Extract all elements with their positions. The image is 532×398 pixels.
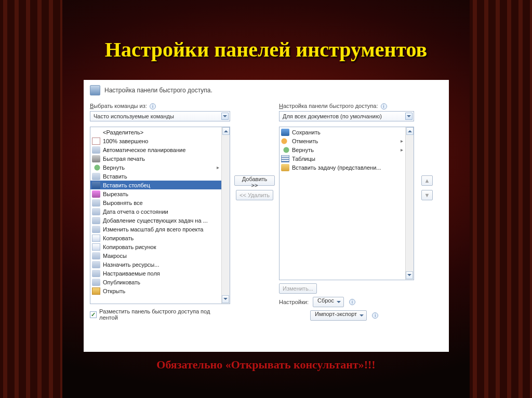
reset-button[interactable]: Сброс bbox=[313, 297, 344, 307]
list-item[interactable]: Изменить масштаб для всего проекта bbox=[90, 225, 230, 234]
move-up-button[interactable]: ▲ bbox=[421, 175, 433, 186]
dialog-title: Настройка панели быстрого доступа. bbox=[104, 87, 212, 94]
list-item[interactable]: Вырезать bbox=[90, 189, 230, 198]
list-item[interactable]: Настраиваемые поля bbox=[90, 269, 230, 278]
scroll-up-icon[interactable] bbox=[222, 127, 230, 135]
chevron-down-icon bbox=[221, 113, 229, 120]
slide-title: Настройки панелей инструментов bbox=[0, 37, 532, 62]
scroll-down-icon[interactable] bbox=[222, 295, 229, 303]
list-item-label: Макросы bbox=[103, 253, 127, 259]
info-icon[interactable]: i bbox=[150, 103, 156, 109]
ic-redo-icon bbox=[281, 146, 289, 154]
qat-header-icon bbox=[90, 85, 100, 95]
list-item-label: Дата отчета о состоянии bbox=[103, 209, 168, 215]
list-item-label: Сохранить bbox=[292, 129, 321, 135]
ic-gen-icon bbox=[92, 146, 100, 154]
list-item[interactable]: Вернуть▸ bbox=[90, 163, 230, 172]
ic-100-icon bbox=[92, 138, 100, 145]
list-item[interactable]: Вставить задачу (представлени... bbox=[280, 163, 414, 172]
list-item[interactable]: Выровнять все bbox=[90, 198, 230, 207]
list-item[interactable]: Отменить▸ bbox=[280, 136, 414, 145]
ic-copy-icon bbox=[92, 243, 100, 251]
list-item-label: Добавление существующих задач на ... bbox=[103, 217, 208, 224]
list-item-label: Выровнять все bbox=[103, 200, 143, 206]
list-item-label: Быстрая печать bbox=[103, 156, 145, 162]
transfer-buttons-column: Добавить >> << Удалить bbox=[234, 103, 275, 321]
commands-column: Выбрать команды из: i Часто используемые… bbox=[90, 103, 230, 321]
scroll-down-icon[interactable] bbox=[406, 271, 413, 279]
ic-undo-icon bbox=[281, 138, 289, 145]
slide-caption: Обязательно «Открывать консультант»!!! bbox=[0, 358, 532, 372]
list-item-label: Назначить ресурсы... bbox=[103, 262, 159, 268]
list-item[interactable]: Открыть bbox=[90, 286, 230, 295]
list-item[interactable]: Назначить ресурсы... bbox=[90, 260, 230, 269]
list-item[interactable]: Таблицы bbox=[280, 154, 414, 163]
list-item[interactable]: <Разделитель> bbox=[90, 128, 230, 136]
list-item-label: Копировать рисунок bbox=[103, 244, 156, 250]
list-item-label: Изменить масштаб для всего проекта bbox=[103, 226, 203, 232]
add-button[interactable]: Добавить >> bbox=[234, 175, 275, 186]
list-item[interactable]: Макросы bbox=[90, 251, 230, 260]
move-down-button[interactable]: ▼ bbox=[421, 190, 433, 200]
scroll-up-icon[interactable] bbox=[406, 127, 414, 135]
show-below-ribbon-row: ✓ Разместить панель быстрого доступа под… bbox=[90, 304, 230, 321]
scrollbar[interactable] bbox=[221, 127, 230, 304]
info-icon[interactable]: i bbox=[349, 299, 355, 305]
submenu-indicator-icon: ▸ bbox=[217, 164, 219, 170]
show-below-ribbon-label: Разместить панель быстрого доступа под л… bbox=[99, 308, 230, 321]
ic-copy-icon bbox=[92, 235, 100, 242]
remove-button[interactable]: << Удалить bbox=[236, 190, 273, 200]
list-item-label: 100% завершено bbox=[103, 138, 148, 144]
ic-gen-icon bbox=[92, 252, 100, 259]
info-icon[interactable]: i bbox=[381, 103, 387, 109]
list-item[interactable]: Копировать bbox=[90, 234, 230, 242]
ic-gen-icon bbox=[92, 261, 100, 268]
info-icon[interactable]: i bbox=[372, 312, 378, 319]
ic-gen-icon bbox=[92, 199, 100, 207]
ic-cut-icon bbox=[92, 190, 100, 198]
choose-commands-label: Выбрать команды из: i bbox=[90, 103, 230, 109]
list-item-label: Автоматическое планирование bbox=[103, 147, 185, 153]
dialog-body: Выбрать команды из: i Часто используемые… bbox=[84, 103, 449, 321]
qat-scope-dropdown[interactable]: Для всех документов (по умолчанию) bbox=[279, 111, 414, 121]
commands-listbox[interactable]: <Разделитель>100% завершеноАвтоматическо… bbox=[90, 127, 230, 304]
ic-open-icon bbox=[92, 287, 100, 295]
list-item-label: Вставить задачу (представлени... bbox=[292, 164, 381, 171]
list-item[interactable]: Добавление существующих задач на ... bbox=[90, 216, 230, 225]
ic-gen-icon bbox=[92, 208, 100, 215]
list-item-label: Вставить bbox=[103, 173, 127, 180]
scrollbar[interactable] bbox=[405, 127, 414, 280]
import-export-button[interactable]: Импорт-экспорт bbox=[310, 310, 367, 321]
ic-gen-icon bbox=[92, 279, 100, 286]
ic-redo-icon bbox=[92, 164, 100, 171]
list-item[interactable]: Сохранить bbox=[280, 128, 414, 136]
list-item-label: Вырезать bbox=[103, 191, 128, 197]
list-item[interactable]: Вернуть▸ bbox=[280, 145, 414, 154]
list-item[interactable]: Вставить bbox=[90, 172, 230, 181]
modify-button[interactable]: Изменить... bbox=[279, 283, 317, 294]
list-item[interactable]: Копировать рисунок bbox=[90, 242, 230, 251]
list-item[interactable]: Автоматическое планирование bbox=[90, 145, 230, 154]
list-item[interactable]: Опубликовать bbox=[90, 278, 230, 286]
list-item[interactable]: Дата отчета о состоянии bbox=[90, 207, 230, 216]
choose-commands-dropdown[interactable]: Часто используемые команды bbox=[90, 111, 230, 121]
ic-gen-icon bbox=[92, 270, 100, 277]
ic-gen-icon bbox=[92, 226, 100, 233]
qat-listbox[interactable]: СохранитьОтменить▸Вернуть▸ТаблицыВставит… bbox=[279, 127, 414, 280]
qat-footer: Изменить... Настройки: Сброс i Импорт-эк… bbox=[279, 280, 414, 321]
list-item[interactable]: 100% завершено bbox=[90, 136, 230, 145]
ic-table-icon bbox=[281, 155, 289, 162]
list-item[interactable]: Быстрая печать bbox=[90, 154, 230, 163]
settings-label: Настройки: bbox=[279, 299, 309, 305]
customize-qat-label: Настройка панели быстрого доступа: i bbox=[279, 103, 414, 109]
list-item-label: <Разделитель> bbox=[103, 129, 143, 135]
list-item-label: Настраиваемые поля bbox=[103, 270, 160, 277]
list-item-label: Вставить столбец bbox=[103, 182, 150, 188]
list-item-label: Опубликовать bbox=[103, 279, 140, 285]
list-item-label: Вернуть bbox=[292, 147, 314, 153]
list-item[interactable]: Вставить столбец bbox=[90, 181, 230, 189]
list-item-label: Открыть bbox=[103, 288, 125, 294]
qat-column: Настройка панели быстрого доступа: i Для… bbox=[279, 103, 414, 321]
dialog-header: Настройка панели быстрого доступа. bbox=[84, 80, 449, 103]
show-below-ribbon-checkbox[interactable]: ✓ bbox=[90, 311, 97, 318]
